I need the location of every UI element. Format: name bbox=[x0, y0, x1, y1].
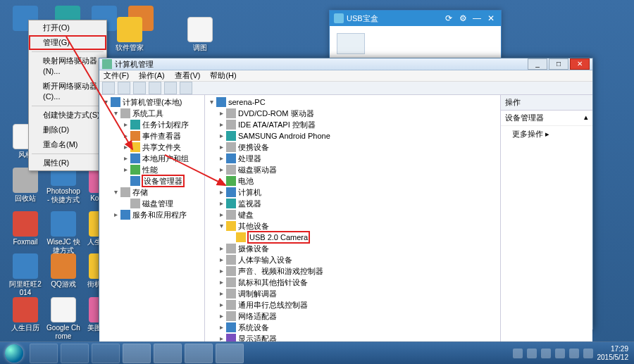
tree-node[interactable]: ▸SAMSUNG Android Phone bbox=[208, 130, 497, 142]
tree-node[interactable]: ▸键盘 bbox=[208, 209, 497, 220]
tree-node[interactable]: 磁盘管理 bbox=[102, 198, 201, 209]
desktop-icon[interactable]: 回收站 bbox=[8, 168, 42, 203]
expand-icon[interactable]: ▸ bbox=[218, 322, 225, 333]
expand-icon[interactable]: ▾ bbox=[112, 187, 120, 198]
tree-node[interactable]: ▾系统工具 bbox=[102, 108, 201, 119]
minimize-button[interactable]: _ bbox=[528, 58, 547, 70]
forward-button[interactable] bbox=[118, 82, 130, 94]
tree-node[interactable]: ▸人体学输入设备 bbox=[208, 254, 497, 265]
tree-node[interactable]: ▸共享文件夹 bbox=[102, 142, 201, 153]
menu-item[interactable]: 帮助(H) bbox=[210, 70, 236, 81]
tree-node[interactable]: ▸鼠标和其他指针设备 bbox=[208, 277, 497, 288]
tree-node[interactable]: ▾计算机管理(本地) bbox=[102, 96, 201, 108]
tree-node[interactable]: ▸声音、视频和游戏控制器 bbox=[208, 265, 497, 277]
expand-icon[interactable]: ▾ bbox=[218, 220, 225, 232]
tray-volume-icon[interactable] bbox=[569, 349, 579, 358]
tree-node[interactable]: ▸性能 bbox=[102, 164, 201, 175]
settings-icon[interactable]: ⚙ bbox=[457, 13, 468, 24]
tree-node[interactable]: ▸任务计划程序 bbox=[102, 119, 201, 130]
expand-icon[interactable]: ▾ bbox=[102, 96, 110, 108]
expand-icon[interactable]: ▸ bbox=[218, 299, 225, 310]
tray-network-icon[interactable] bbox=[555, 349, 565, 358]
desktop-icon[interactable]: 软件管家 bbox=[113, 17, 147, 52]
help-button[interactable] bbox=[180, 82, 192, 94]
tree-node[interactable]: USB 2.0 Camera bbox=[208, 232, 497, 243]
expand-icon[interactable]: ▸ bbox=[218, 288, 225, 299]
tree-node[interactable]: ▸事件查看器 bbox=[102, 130, 201, 142]
refresh-button[interactable] bbox=[164, 82, 177, 94]
expand-icon[interactable]: ▸ bbox=[122, 119, 130, 130]
taskbar-item-mmc[interactable] bbox=[185, 344, 213, 363]
tree-node[interactable]: ▸监视器 bbox=[208, 198, 497, 209]
taskbar-item-chrome[interactable] bbox=[92, 344, 120, 363]
tree-node[interactable]: ▸计算机 bbox=[208, 187, 497, 198]
close-button[interactable]: ✕ bbox=[570, 58, 590, 70]
context-menu-item[interactable]: 管理(G) bbox=[29, 35, 106, 50]
tree-node[interactable]: ▸服务和应用程序 bbox=[102, 209, 201, 220]
context-menu-item[interactable]: 打开(O) bbox=[29, 20, 106, 35]
expand-icon[interactable]: ▸ bbox=[218, 243, 225, 254]
maximize-button[interactable]: □ bbox=[549, 58, 568, 70]
expand-icon[interactable]: ▸ bbox=[218, 277, 225, 288]
expand-icon[interactable]: ▸ bbox=[218, 254, 225, 265]
expand-icon[interactable]: ▸ bbox=[218, 209, 225, 220]
up-button[interactable] bbox=[133, 82, 146, 94]
start-button[interactable] bbox=[0, 342, 28, 365]
desktop-icon[interactable]: WiseJC 快捷方式 bbox=[46, 211, 80, 255]
actions-more[interactable]: 更多操作 ▸ bbox=[501, 126, 592, 142]
expand-icon[interactable]: ▸ bbox=[122, 142, 130, 153]
tree-node[interactable]: ▸本地用户和组 bbox=[102, 153, 201, 164]
desktop-icon[interactable]: Google Chrome bbox=[46, 297, 80, 341]
tree-node[interactable]: ▸通用串行总线控制器 bbox=[208, 299, 497, 310]
expand-icon[interactable]: ▸ bbox=[218, 142, 225, 153]
tree-node[interactable]: ▸摄像设备 bbox=[208, 243, 497, 254]
context-menu-item[interactable]: 重命名(M) bbox=[29, 137, 106, 152]
taskbar-item-ie[interactable] bbox=[30, 344, 58, 363]
taskbar-item-usb[interactable] bbox=[216, 344, 244, 363]
desktop-icon[interactable]: Foxmail bbox=[8, 211, 42, 246]
expand-icon[interactable]: ▸ bbox=[112, 209, 120, 220]
context-menu-item[interactable]: 断开网络驱动器(C)... bbox=[29, 79, 106, 104]
desktop-icon[interactable]: QQ游戏 bbox=[46, 253, 80, 289]
context-menu-item[interactable]: 创建快捷方式(S) bbox=[29, 108, 106, 123]
menu-item[interactable]: 查看(V) bbox=[175, 70, 201, 81]
tree-node[interactable]: ▸系统设备 bbox=[208, 322, 497, 333]
tree-node[interactable]: ▸网络适配器 bbox=[208, 310, 497, 322]
expand-icon[interactable]: ▸ bbox=[122, 153, 130, 164]
expand-icon[interactable]: ▸ bbox=[218, 198, 225, 209]
expand-icon[interactable]: ▸ bbox=[218, 119, 225, 130]
expand-icon[interactable]: ▸ bbox=[218, 175, 225, 187]
tree-node[interactable]: ▾serena-PC bbox=[208, 96, 497, 108]
expand-icon[interactable]: ▸ bbox=[218, 108, 225, 119]
chevron-up-icon[interactable]: ▴ bbox=[584, 113, 588, 123]
taskbar-item-explorer[interactable] bbox=[61, 344, 89, 363]
minimize-icon[interactable]: — bbox=[471, 13, 483, 24]
tree-node[interactable]: ▸处理器 bbox=[208, 153, 497, 164]
clock[interactable]: 17:29 2015/5/12 bbox=[597, 345, 629, 362]
desktop-icon[interactable]: 阿里旺旺2014 bbox=[8, 253, 42, 297]
expand-icon[interactable]: ▾ bbox=[112, 108, 120, 119]
tray-icon[interactable] bbox=[541, 349, 551, 358]
tree-node[interactable]: ▸调制解调器 bbox=[208, 288, 497, 299]
menu-item[interactable]: 文件(F) bbox=[104, 70, 129, 81]
desktop-icon[interactable]: 调图 bbox=[183, 17, 217, 52]
tree-node[interactable]: ▾存储 bbox=[102, 187, 201, 198]
context-menu-item[interactable]: 删除(D) bbox=[29, 123, 106, 137]
expand-icon[interactable]: ▸ bbox=[218, 265, 225, 277]
expand-icon[interactable]: ▸ bbox=[218, 310, 225, 322]
close-icon[interactable]: ✕ bbox=[485, 13, 497, 24]
expand-icon[interactable]: ▾ bbox=[208, 96, 216, 108]
expand-icon[interactable]: ▸ bbox=[122, 164, 130, 175]
expand-icon[interactable]: ▸ bbox=[218, 153, 225, 164]
tree-node[interactable]: 设备管理器 bbox=[102, 175, 201, 187]
tray-icon[interactable] bbox=[527, 349, 537, 358]
tree-node[interactable]: ▸电池 bbox=[208, 175, 497, 187]
menu-item[interactable]: 操作(A) bbox=[139, 70, 165, 81]
refresh-icon[interactable]: ⟳ bbox=[443, 13, 454, 24]
usb-slot[interactable] bbox=[337, 33, 365, 54]
context-menu-item[interactable]: 属性(R) bbox=[29, 156, 106, 170]
tray-icon[interactable] bbox=[513, 349, 523, 358]
context-menu-item[interactable]: 映射网络驱动器(N)... bbox=[29, 54, 106, 79]
expand-icon[interactable]: ▸ bbox=[218, 164, 225, 175]
expand-icon[interactable]: ▸ bbox=[218, 130, 225, 142]
